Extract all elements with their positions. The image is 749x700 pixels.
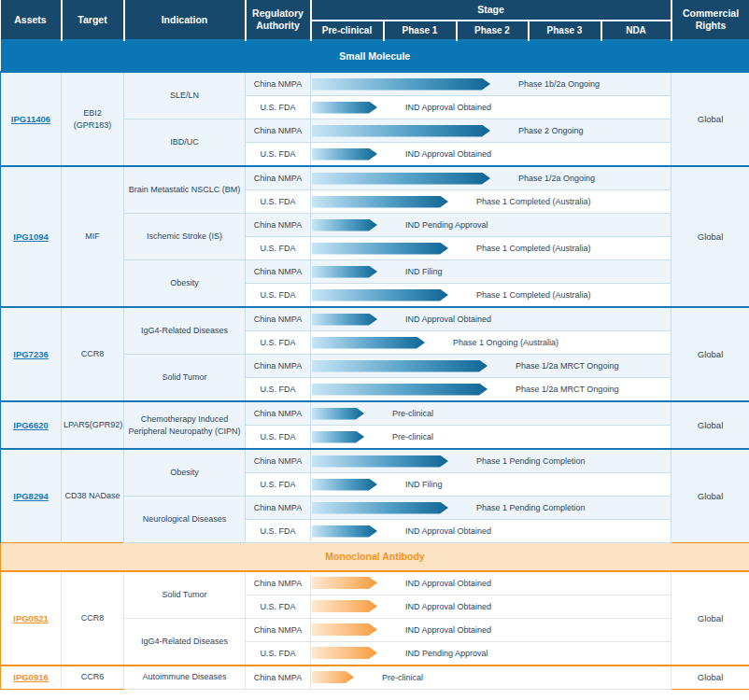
- authority-cell: U.S. FDA: [246, 378, 311, 402]
- stage-progress-arrow: [312, 431, 364, 443]
- stage-track: Phase 1/2a MRCT Ongoing: [311, 378, 671, 400]
- stage-cell: IND Approval Obtained: [311, 571, 671, 595]
- stage-cell: IND Approval Obtained: [311, 96, 671, 119]
- stage-cell: IND Approval Obtained: [311, 618, 671, 641]
- stage-cell: Pre-clinical: [311, 665, 671, 690]
- stage-track: IND Filing: [311, 473, 671, 496]
- stage-cell: Phase 1 Completed (Australia): [311, 237, 671, 260]
- stage-progress-arrow: [312, 196, 448, 208]
- authority-cell: U.S. FDA: [246, 473, 311, 497]
- pipeline-table: Assets Target Indication Regulatory Auth…: [0, 0, 749, 690]
- stage-header-nda: NDA: [601, 21, 671, 40]
- stage-track: Phase 2 Ongoing: [311, 119, 671, 142]
- authority-cell: China NMPA: [246, 307, 311, 331]
- indication-cell: Obesity: [124, 260, 246, 308]
- authority-cell: China NMPA: [246, 260, 311, 284]
- asset-cell: IPG6620: [1, 401, 62, 449]
- target-cell: CD38 NADase: [62, 449, 124, 543]
- target-cell: MIF: [62, 166, 124, 307]
- authority-cell: U.S. FDA: [246, 426, 311, 450]
- stage-status-label: Phase 1/2a MRCT Ongoing: [516, 385, 618, 394]
- stage-status-label: Pre-clinical: [392, 432, 433, 441]
- stage-cell: Phase 1/2a Ongoing: [311, 166, 671, 190]
- authority-cell: U.S. FDA: [246, 641, 311, 665]
- authority-cell: China NMPA: [246, 571, 311, 595]
- stage-cell: Phase 1b/2a Ongoing: [311, 72, 671, 96]
- stage-status-label: Pre-clinical: [382, 673, 423, 682]
- stage-progress-arrow: [312, 148, 377, 161]
- stage-cell: IND Approval Obtained: [311, 143, 671, 167]
- stage-status-label: Phase 1/2a Ongoing: [518, 174, 595, 183]
- asset-cell: IPG7236: [1, 307, 62, 401]
- indication-cell: IgG4-Related Diseases: [124, 307, 246, 355]
- stage-track: IND Approval Obtained: [311, 572, 671, 595]
- authority-cell: China NMPA: [246, 665, 311, 690]
- stage-cell: IND Pending Approval: [311, 214, 671, 237]
- stage-track: Phase 1 Pending Completion: [311, 497, 671, 519]
- col-header-regulatory-authority: Regulatory Authority: [246, 0, 311, 40]
- authority-cell: U.S. FDA: [246, 237, 311, 260]
- authority-cell: China NMPA: [246, 214, 311, 237]
- authority-cell: U.S. FDA: [246, 331, 311, 355]
- stage-status-label: Phase 1 Completed (Australia): [476, 197, 591, 206]
- stage-status-label: IND Approval Obtained: [405, 526, 491, 536]
- indication-cell: Solid Tumor: [124, 571, 246, 619]
- asset-link[interactable]: IPG0916: [13, 672, 49, 682]
- stage-track: IND Approval Obtained: [311, 143, 671, 165]
- commercial-rights-cell: Global: [671, 449, 749, 543]
- authority-cell: China NMPA: [246, 618, 311, 641]
- indication-cell: Solid Tumor: [124, 355, 246, 402]
- indication-cell: IgG4-Related Diseases: [124, 618, 246, 665]
- asset-link[interactable]: IPG7236: [13, 349, 49, 359]
- stage-cell: Phase 1/2a MRCT Ongoing: [311, 378, 671, 402]
- asset-link[interactable]: IPG0521: [13, 613, 49, 623]
- stage-track: Phase 1/2a Ongoing: [311, 167, 671, 189]
- asset-link[interactable]: IPG1094: [13, 231, 49, 242]
- stage-progress-arrow: [312, 219, 377, 231]
- stage-progress-arrow: [312, 289, 448, 301]
- stage-progress-arrow: [312, 337, 425, 349]
- stage-status-label: IND Approval Obtained: [405, 149, 491, 159]
- stage-cell: Phase 2 Ongoing: [311, 119, 671, 143]
- stage-status-label: Phase 1 Completed (Australia): [476, 290, 591, 300]
- asset-cell: IPG0916: [1, 665, 62, 690]
- asset-cell: IPG8294: [1, 449, 62, 543]
- stage-status-label: IND Pending Approval: [405, 649, 488, 658]
- stage-status-label: Phase 1 Pending Completion: [476, 503, 586, 512]
- stage-cell: IND Approval Obtained: [311, 520, 671, 543]
- authority-cell: U.S. FDA: [246, 143, 311, 167]
- asset-link[interactable]: IPG6620: [13, 420, 49, 430]
- stage-track: Phase 1 Completed (Australia): [311, 237, 671, 259]
- stage-cell: IND Filing: [311, 260, 671, 284]
- stage-track: Pre-clinical: [311, 402, 671, 425]
- section-band-blue: Small Molecule: [1, 40, 749, 72]
- stage-progress-arrow: [312, 125, 490, 137]
- stage-cell: IND Pending Approval: [311, 641, 671, 665]
- indication-cell: Autoimmune Diseases: [124, 665, 246, 690]
- stage-cell: Pre-clinical: [311, 426, 671, 450]
- stage-status-label: Phase 1/2a MRCT Ongoing: [516, 361, 618, 371]
- pipeline-body: Small MoleculeIPG11406EBI2 (GPR183)SLE/L…: [1, 40, 749, 689]
- stage-status-label: Phase 1 Pending Completion: [476, 456, 586, 466]
- stage-header-phase-3: Phase 3: [529, 21, 601, 40]
- indication-cell: Obesity: [124, 449, 246, 497]
- col-header-indication: Indication: [124, 0, 246, 40]
- authority-cell: China NMPA: [246, 72, 311, 96]
- table-header: Assets Target Indication Regulatory Auth…: [1, 0, 749, 40]
- stage-progress-arrow: [312, 479, 377, 491]
- stage-progress-arrow: [312, 455, 448, 468]
- stage-progress-arrow: [312, 671, 354, 683]
- indication-cell: IBD/UC: [124, 119, 246, 167]
- stage-progress-arrow: [312, 360, 488, 372]
- stage-progress-arrow: [312, 600, 377, 612]
- asset-link[interactable]: IPG8294: [13, 491, 49, 501]
- stage-status-label: IND Approval Obtained: [405, 579, 491, 588]
- stage-track: IND Approval Obtained: [311, 595, 671, 618]
- indication-cell: Ischemic Stroke (IS): [124, 214, 246, 260]
- stage-progress-arrow: [312, 314, 377, 326]
- stage-status-label: Phase 2 Ongoing: [518, 126, 584, 135]
- commercial-rights-cell: Global: [671, 571, 749, 665]
- stage-status-label: IND Filing: [405, 267, 443, 276]
- stage-cell: Phase 1 Completed (Australia): [311, 190, 671, 214]
- asset-link[interactable]: IPG11406: [11, 114, 50, 124]
